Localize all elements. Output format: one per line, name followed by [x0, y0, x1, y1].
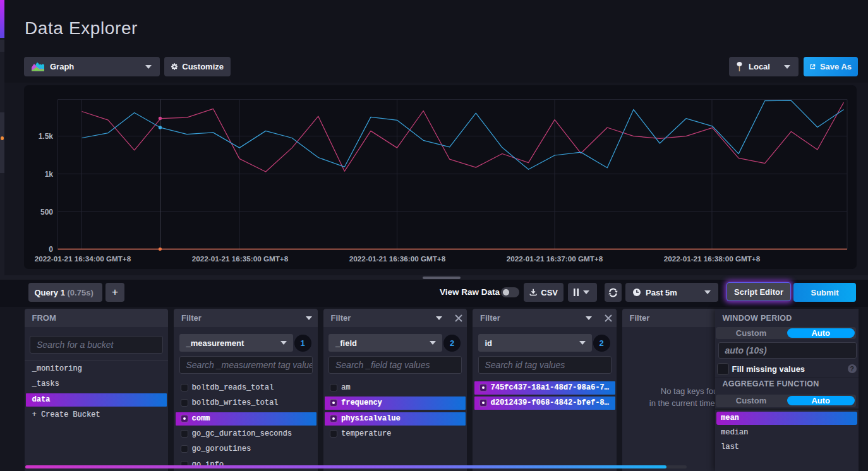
- svg-text:0: 0: [49, 245, 53, 254]
- svg-text:2022-01-21 16:35:00 GMT+8: 2022-01-21 16:35:00 GMT+8: [192, 254, 289, 263]
- svg-text:2022-01-21 16:38:00 GMT+8: 2022-01-21 16:38:00 GMT+8: [664, 254, 761, 263]
- svg-text:1.5k: 1.5k: [39, 132, 54, 141]
- svg-text:500: 500: [40, 208, 53, 217]
- svg-text:1k: 1k: [45, 170, 54, 179]
- svg-text:2022-01-21 16:36:00 GMT+8: 2022-01-21 16:36:00 GMT+8: [349, 254, 446, 263]
- svg-text:2022-01-21 16:34:00 GMT+8: 2022-01-21 16:34:00 GMT+8: [35, 254, 131, 263]
- svg-text:2022-01-21 16:37:00 GMT+8: 2022-01-21 16:37:00 GMT+8: [507, 254, 603, 263]
